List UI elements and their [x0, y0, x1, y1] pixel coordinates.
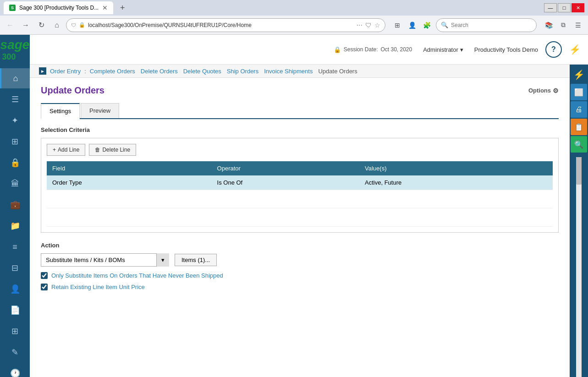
- app-main: 🔒 Session Date: Oct 30, 2020 Administrat…: [30, 35, 588, 377]
- extensions-icon[interactable]: ⊞: [391, 19, 404, 32]
- tools-button[interactable]: ⚡: [569, 44, 581, 55]
- breadcrumb-link-delete-quotes[interactable]: Delete Quotes: [183, 68, 221, 75]
- address-bar[interactable]: 🛡 🔒 localhost/Sage300/OnPremise/QURNSU4t…: [66, 18, 385, 32]
- scrollbar-thumb[interactable]: [576, 157, 582, 185]
- reading-list-icon[interactable]: 📚: [542, 19, 555, 32]
- sidebar-item-user[interactable]: 👤: [0, 279, 30, 299]
- puzzle-icon[interactable]: 🧩: [420, 19, 433, 32]
- user-profile-icon[interactable]: 👤: [406, 19, 418, 32]
- breadcrumb-root-link[interactable]: Order Entry: [50, 68, 81, 75]
- collapse-arrow-icon: ►: [40, 69, 45, 74]
- sidebar-item-home[interactable]: ⌂: [0, 68, 30, 88]
- close-button[interactable]: ✕: [572, 3, 584, 12]
- action-section: Action Substitute Items / Kits / BOMs ▾: [41, 242, 559, 290]
- action-dropdown[interactable]: Substitute Items / Kits / BOMs: [41, 253, 169, 267]
- checkbox-retain-price[interactable]: [41, 284, 48, 290]
- plus-icon: +: [53, 147, 56, 153]
- checkbox-label-2[interactable]: Retain Existing Line Item Unit Price: [51, 284, 145, 290]
- new-tab-button[interactable]: +: [116, 1, 129, 14]
- action-title: Action: [41, 242, 559, 249]
- right-panel-doc[interactable]: 📋: [571, 119, 587, 135]
- action-row: Substitute Items / Kits / BOMs ▾ Items (…: [41, 253, 559, 267]
- criteria-toolbar: + Add Line 🗑 Delete Line: [47, 144, 553, 156]
- right-panel-search[interactable]: 🔍: [571, 136, 587, 153]
- sidebar-item-lock[interactable]: 🔒: [0, 153, 30, 173]
- right-scrollbar[interactable]: [576, 157, 582, 377]
- page-title-row: Update Orders Options ⚙: [41, 85, 559, 96]
- logo-sage-text: sage: [0, 38, 30, 52]
- right-panel-lightning[interactable]: ⚡: [571, 66, 587, 83]
- items-button[interactable]: Items (1)...: [175, 254, 217, 266]
- page-title: Update Orders: [41, 85, 104, 96]
- checkbox-label-2-text: Retain Existing Line Item Unit Price: [51, 284, 145, 290]
- criteria-table: Field Operator Value(s) Order Type Is On…: [47, 161, 553, 227]
- sidebar-item-briefcase[interactable]: 💼: [0, 195, 30, 215]
- sidebar-item-table[interactable]: ⊟: [0, 258, 30, 278]
- checkbox-substitute-items[interactable]: [41, 272, 48, 279]
- help-button[interactable]: ?: [545, 41, 562, 58]
- breadcrumb-link-ship-orders[interactable]: Ship Orders: [227, 68, 258, 75]
- search-input[interactable]: [451, 22, 532, 28]
- col-field: Field: [47, 161, 212, 175]
- options-button[interactable]: Options ⚙: [528, 87, 559, 94]
- cell-values: Active, Future: [359, 175, 553, 190]
- lock-icon: 🔒: [79, 22, 85, 28]
- right-panel-print[interactable]: 🖨: [571, 101, 587, 118]
- tab-title: Sage 300 [Productivity Tools D...: [19, 5, 99, 11]
- sidebar-item-clock[interactable]: 🕐: [0, 363, 30, 377]
- browser-tab[interactable]: S Sage 300 [Productivity Tools D... ✕: [4, 1, 113, 14]
- table-row-empty: [47, 190, 553, 208]
- home-button[interactable]: ⌂: [50, 19, 63, 32]
- selection-criteria-container: + Add Line 🗑 Delete Line: [41, 138, 559, 233]
- session-info: 🔒 Session Date: Oct 30, 2020: [334, 46, 412, 53]
- tabs-container: Settings Preview: [41, 103, 559, 119]
- url-more-icon: ···: [357, 21, 363, 29]
- tab-close-button[interactable]: ✕: [102, 4, 108, 11]
- minimize-button[interactable]: —: [544, 3, 557, 12]
- checkbox-label-1[interactable]: Only Substitute Items On Orders That Hav…: [51, 272, 223, 279]
- breadcrumb-link-invoice-shipments[interactable]: Invoice Shipments: [264, 68, 313, 75]
- col-operator: Operator: [212, 161, 359, 175]
- breadcrumb-link-delete-orders[interactable]: Delete Orders: [141, 68, 178, 75]
- breadcrumb-link-complete-orders[interactable]: Complete Orders: [90, 68, 135, 75]
- breadcrumb-collapse-button[interactable]: ►: [39, 67, 46, 75]
- add-line-button[interactable]: + Add Line: [47, 144, 85, 156]
- admin-dropdown[interactable]: Administrator ▾: [419, 44, 467, 55]
- sidebar-item-grid2[interactable]: ⊞: [0, 321, 30, 341]
- items-button-label: Items (1)...: [181, 257, 210, 263]
- cell-field: Order Type: [47, 175, 212, 190]
- search-bar[interactable]: 🔍: [436, 18, 537, 32]
- forward-button[interactable]: →: [19, 19, 32, 32]
- sidebar-item-menu2[interactable]: ≡: [0, 237, 30, 257]
- sidebar-item-document[interactable]: 📄: [0, 300, 30, 320]
- delete-line-button[interactable]: 🗑 Delete Line: [89, 144, 136, 156]
- sidebar-item-list[interactable]: ☰: [0, 89, 30, 109]
- table-row-empty2: [47, 208, 553, 227]
- refresh-button[interactable]: ↻: [35, 19, 48, 32]
- sidebar-item-bank[interactable]: 🏛: [0, 174, 30, 194]
- sidebar-item-folder[interactable]: 📁: [0, 216, 30, 236]
- menu-icon[interactable]: ☰: [572, 19, 584, 32]
- maximize-button[interactable]: □: [558, 3, 571, 12]
- options-label: Options: [528, 87, 551, 94]
- main-content: ► Order Entry : Complete Orders Delete O…: [30, 65, 570, 377]
- sidebar-item-grid[interactable]: ⊞: [0, 131, 30, 152]
- sidebar-logo: sage 300: [0, 35, 30, 65]
- col-values: Value(s): [359, 161, 553, 175]
- add-line-label: Add Line: [58, 147, 79, 153]
- table-row[interactable]: Order Type Is One Of Active, Future: [47, 175, 553, 190]
- sidebar-item-module[interactable]: ✦: [0, 110, 30, 131]
- right-panel: ⚡ ⬜ 🖨 📋 🔍: [570, 65, 588, 377]
- breadcrumb-bar: ► Order Entry : Complete Orders Delete O…: [30, 65, 570, 78]
- tab-settings[interactable]: Settings: [41, 103, 80, 119]
- tab-preview[interactable]: Preview: [81, 103, 119, 118]
- right-panel-square[interactable]: ⬜: [571, 84, 587, 100]
- sidebar-item-edit[interactable]: ✎: [0, 342, 30, 362]
- tabs-icon[interactable]: ⧉: [557, 19, 570, 32]
- admin-name: Administrator: [423, 46, 458, 53]
- action-select-wrapper: Substitute Items / Kits / BOMs ▾: [41, 253, 169, 267]
- url-display: localhost/Sage300/OnPremise/QURNSU4tUFRE…: [88, 22, 252, 28]
- sidebar-nav: ⌂ ☰ ✦ ⊞ 🔒 🏛 💼 📁 ≡ ⊟ 👤 📄 ⊞ ✎ 🕐 ◉: [0, 65, 30, 377]
- breadcrumb-nav-links: Complete Orders Delete Orders Delete Quo…: [90, 68, 357, 75]
- back-button[interactable]: ←: [4, 19, 16, 32]
